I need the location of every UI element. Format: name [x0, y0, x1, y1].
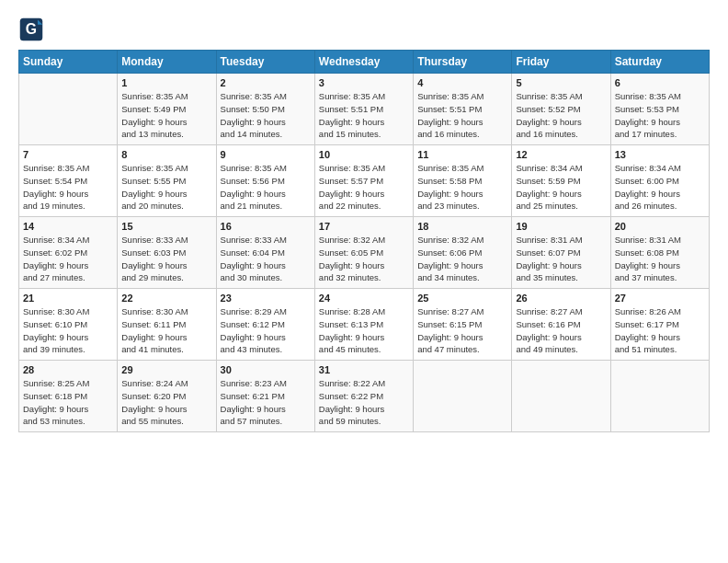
day-number: 17 [319, 221, 409, 232]
day-info: Sunrise: 8:33 AMSunset: 6:03 PMDaylight:… [121, 234, 211, 284]
day-info: Sunrise: 8:26 AMSunset: 6:17 PMDaylight:… [615, 305, 705, 356]
calendar-day: 3Sunrise: 8:35 AMSunset: 5:51 PMDaylight… [314, 74, 413, 145]
calendar-day: 15Sunrise: 8:33 AMSunset: 6:03 PMDayligh… [118, 217, 216, 289]
day-info-line: Sunrise: 8:29 AM [221, 306, 287, 316]
calendar-day: 18Sunrise: 8:32 AMSunset: 6:06 PMDayligh… [414, 217, 512, 289]
day-info: Sunrise: 8:35 AMSunset: 5:50 PMDaylight:… [221, 90, 311, 141]
day-info-line: Daylight: 9 hours [23, 332, 88, 342]
day-number: 29 [121, 364, 211, 375]
day-info-line: and 55 minutes. [121, 416, 184, 426]
day-info: Sunrise: 8:30 AMSunset: 6:10 PMDaylight:… [23, 305, 113, 356]
day-info: Sunrise: 8:27 AMSunset: 6:16 PMDaylight:… [516, 305, 606, 356]
day-info-line: Sunset: 6:04 PM [221, 247, 285, 258]
day-info-line: Sunrise: 8:23 AM [221, 378, 287, 388]
day-number: 25 [417, 293, 507, 304]
day-info-line: and 53 minutes. [23, 416, 85, 426]
svg-text:G: G [26, 21, 37, 37]
day-info-line: Sunset: 6:20 PM [121, 391, 186, 401]
day-info: Sunrise: 8:35 AMSunset: 5:58 PMDaylight:… [417, 162, 507, 213]
day-info-line: Daylight: 9 hours [319, 260, 384, 270]
day-header-saturday: Saturday [610, 51, 709, 74]
day-info-line: Daylight: 9 hours [417, 117, 483, 127]
calendar-day: 4Sunrise: 8:35 AMSunset: 5:51 PMDaylight… [414, 74, 512, 145]
day-info-line: Sunrise: 8:35 AM [221, 91, 287, 101]
day-info-line: and 20 minutes. [121, 201, 184, 211]
calendar-day: 9Sunrise: 8:35 AMSunset: 5:56 PMDaylight… [216, 145, 314, 217]
day-number: 27 [615, 293, 705, 304]
calendar-day: 5Sunrise: 8:35 AMSunset: 5:52 PMDaylight… [512, 74, 610, 145]
calendar-day: 24Sunrise: 8:28 AMSunset: 6:13 PMDayligh… [314, 289, 413, 361]
page: G SundayMondayTuesdayWednesdayThursdayFr… [0, 0, 728, 563]
day-info-line: Sunset: 6:07 PM [516, 247, 580, 258]
day-info-line: Sunset: 6:15 PM [417, 319, 482, 329]
day-info-line: Sunset: 5:59 PM [516, 176, 580, 186]
day-info-line: Sunset: 5:54 PM [23, 176, 87, 186]
calendar-header-row: SundayMondayTuesdayWednesdayThursdayFrid… [19, 51, 710, 74]
calendar-day: 19Sunrise: 8:31 AMSunset: 6:07 PMDayligh… [512, 217, 610, 289]
day-info: Sunrise: 8:35 AMSunset: 5:49 PMDaylight:… [121, 90, 211, 141]
day-info-line: Sunset: 5:49 PM [121, 104, 186, 114]
day-number: 9 [221, 149, 311, 160]
day-info: Sunrise: 8:35 AMSunset: 5:52 PMDaylight:… [516, 90, 606, 141]
day-info-line: Sunrise: 8:34 AM [516, 163, 582, 173]
day-info-line: and 30 minutes. [221, 272, 283, 282]
day-info-line: Sunrise: 8:35 AM [417, 91, 483, 101]
day-info-line: Daylight: 9 hours [516, 332, 581, 342]
day-number: 16 [221, 221, 311, 232]
day-info-line: Sunrise: 8:35 AM [319, 163, 385, 173]
day-info-line: Sunset: 6:02 PM [23, 247, 87, 258]
day-info-line: Daylight: 9 hours [221, 189, 286, 199]
day-number: 19 [516, 221, 606, 232]
day-info-line: Sunset: 6:13 PM [319, 319, 383, 329]
day-info-line: and 22 minutes. [319, 201, 381, 211]
day-number: 10 [319, 149, 409, 160]
day-number: 21 [23, 293, 113, 304]
day-info-line: Sunrise: 8:30 AM [121, 306, 188, 316]
day-info: Sunrise: 8:35 AMSunset: 5:53 PMDaylight:… [615, 90, 705, 141]
day-info-line: and 26 minutes. [615, 201, 677, 211]
day-info-line: Sunrise: 8:27 AM [516, 306, 582, 316]
day-info-line: Daylight: 9 hours [516, 189, 581, 199]
day-info: Sunrise: 8:22 AMSunset: 6:22 PMDaylight:… [319, 377, 409, 428]
day-info-line: Sunrise: 8:35 AM [121, 163, 188, 173]
day-info-line: Daylight: 9 hours [516, 117, 581, 127]
day-info: Sunrise: 8:35 AMSunset: 5:56 PMDaylight:… [221, 162, 311, 213]
calendar-day: 12Sunrise: 8:34 AMSunset: 5:59 PMDayligh… [512, 145, 610, 217]
day-info-line: Daylight: 9 hours [121, 189, 187, 199]
day-info-line: Sunrise: 8:33 AM [221, 235, 287, 245]
calendar-week-2: 7Sunrise: 8:35 AMSunset: 5:54 PMDaylight… [19, 145, 710, 217]
calendar-week-1: 1Sunrise: 8:35 AMSunset: 5:49 PMDaylight… [19, 74, 710, 145]
day-info-line: Sunset: 6:11 PM [121, 319, 186, 329]
day-info-line: and 59 minutes. [319, 416, 381, 426]
day-info-line: Daylight: 9 hours [121, 117, 187, 127]
day-info-line: Sunset: 6:12 PM [221, 319, 285, 329]
day-info-line: and 45 minutes. [319, 344, 381, 354]
day-number: 31 [319, 364, 409, 375]
day-info: Sunrise: 8:33 AMSunset: 6:04 PMDaylight:… [221, 234, 311, 284]
day-info-line: Daylight: 9 hours [221, 260, 286, 270]
calendar-day: 7Sunrise: 8:35 AMSunset: 5:54 PMDaylight… [19, 145, 118, 217]
day-number: 7 [23, 149, 113, 160]
day-info-line: Sunset: 6:21 PM [221, 391, 285, 401]
day-info-line: Sunset: 5:55 PM [121, 176, 186, 186]
header: G [18, 17, 710, 42]
day-number: 2 [221, 77, 311, 88]
day-info-line: Daylight: 9 hours [319, 189, 384, 199]
calendar-day [414, 361, 512, 432]
day-info-line: and 35 minutes. [516, 272, 578, 282]
calendar-day: 16Sunrise: 8:33 AMSunset: 6:04 PMDayligh… [216, 217, 314, 289]
day-info-line: Daylight: 9 hours [516, 260, 581, 270]
day-info-line: Daylight: 9 hours [615, 260, 680, 270]
calendar-day: 8Sunrise: 8:35 AMSunset: 5:55 PMDaylight… [118, 145, 216, 217]
day-info: Sunrise: 8:34 AMSunset: 6:00 PMDaylight:… [615, 162, 705, 213]
day-info-line: and 15 minutes. [319, 129, 381, 139]
day-info-line: and 57 minutes. [221, 416, 283, 426]
day-number: 22 [121, 293, 211, 304]
day-info-line: and 49 minutes. [516, 344, 578, 354]
day-info-line: and 37 minutes. [615, 272, 677, 282]
day-info-line: and 16 minutes. [516, 129, 578, 139]
calendar-day [19, 74, 118, 145]
day-info-line: Sunset: 5:53 PM [615, 104, 679, 114]
calendar-week-4: 21Sunrise: 8:30 AMSunset: 6:10 PMDayligh… [19, 289, 710, 361]
day-info: Sunrise: 8:34 AMSunset: 6:02 PMDaylight:… [23, 234, 113, 284]
